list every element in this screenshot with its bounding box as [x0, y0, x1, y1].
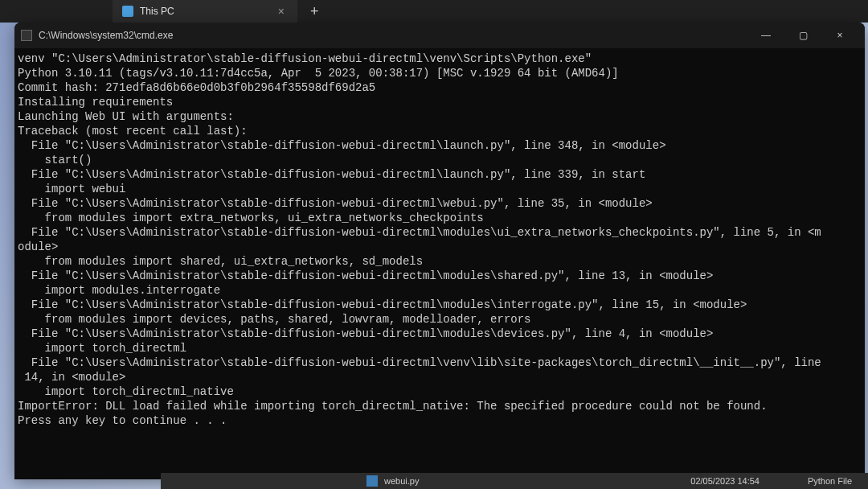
cmd-line: Press any key to continue . . .	[14, 413, 865, 428]
cmd-line: File "C:\Users\Administrator\stable-diff…	[14, 196, 865, 211]
cmd-line: File "C:\Users\Administrator\stable-diff…	[14, 298, 865, 312]
cmd-line: import torch_directml	[14, 341, 865, 355]
window-controls: — ▢ ×	[747, 23, 858, 48]
cmd-line: File "C:\Users\Administrator\stable-diff…	[14, 225, 865, 240]
file-date: 02/05/2023 14:54	[690, 476, 760, 486]
cmd-line: Python 3.10.11 (tags/v3.10.11:7d4cc5a, A…	[14, 66, 865, 80]
cmd-window-title: C:\Windows\system32\cmd.exe	[39, 30, 747, 41]
cmd-line: import modules.interrogate	[14, 283, 865, 298]
cmd-line: Installing requirements	[14, 95, 865, 109]
cmd-line: File "C:\Users\Administrator\stable-diff…	[14, 355, 865, 370]
cmd-line: File "C:\Users\Administrator\stable-diff…	[14, 167, 865, 182]
browser-tab-bar: This PC × +	[0, 0, 868, 23]
cmd-line: start()	[14, 153, 865, 167]
cmd-line: from modules import shared, ui_extra_net…	[14, 254, 865, 269]
cmd-title-bar[interactable]: C:\Windows\system32\cmd.exe — ▢ ×	[14, 23, 865, 48]
cmd-output[interactable]: venv "C:\Users\Administrator\stable-diff…	[14, 48, 865, 479]
cmd-line: from modules import extra_networks, ui_e…	[14, 211, 865, 225]
python-file-icon	[366, 475, 378, 487]
file-name: webui.py	[384, 476, 690, 486]
close-button[interactable]: ×	[821, 23, 858, 48]
command-prompt-window: C:\Windows\system32\cmd.exe — ▢ × venv "…	[14, 23, 865, 479]
maximize-button[interactable]: ▢	[784, 23, 821, 48]
new-tab-button[interactable]: +	[297, 3, 332, 20]
file-explorer-row: webui.py 02/05/2023 14:54 Python File	[161, 473, 868, 489]
cmd-line: File "C:\Users\Administrator\stable-diff…	[14, 327, 865, 341]
pc-icon	[122, 6, 133, 17]
cmd-icon	[21, 30, 32, 41]
minimize-button[interactable]: —	[747, 23, 784, 48]
cmd-line: ImportError: DLL load failed while impor…	[14, 399, 865, 413]
cmd-line: Launching Web UI with arguments:	[14, 109, 865, 124]
cmd-line: import torch_directml_native	[14, 384, 865, 399]
cmd-line: odule>	[14, 240, 865, 254]
cmd-line: File "C:\Users\Administrator\stable-diff…	[14, 138, 865, 153]
cmd-line: 14, in <module>	[14, 370, 865, 384]
cmd-line: Traceback (most recent call last):	[14, 124, 865, 138]
explorer-tab[interactable]: This PC ×	[113, 0, 297, 23]
cmd-line: File "C:\Users\Administrator\stable-diff…	[14, 269, 865, 283]
cmd-line: venv "C:\Users\Administrator\stable-diff…	[14, 51, 865, 66]
file-type: Python File	[808, 476, 852, 486]
tab-close-button[interactable]: ×	[275, 5, 288, 18]
cmd-line: import webui	[14, 182, 865, 196]
cmd-line: from modules import devices, paths, shar…	[14, 312, 865, 327]
cmd-line: Commit hash: 271edfa8d6b66e0d0b3f0b2964f…	[14, 80, 865, 95]
tab-title: This PC	[140, 6, 174, 17]
